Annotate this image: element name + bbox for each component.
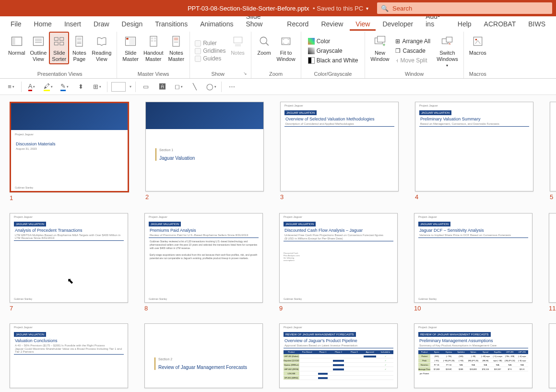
notes-page-button[interactable]: Notes Page — [69, 32, 89, 64]
search-box[interactable]: 🔍 — [377, 2, 552, 14]
slide-sorter-button[interactable]: Slide Sorter — [49, 32, 69, 64]
svg-rect-10 — [60, 42, 64, 45]
svg-rect-17 — [129, 38, 134, 45]
tab-biws[interactable]: BIWS — [522, 18, 551, 31]
shape-fill-swatch[interactable] — [111, 82, 126, 92]
slide-thumbnail-4[interactable]: Project Jaguar JAGUAR VALUATION Prelimin… — [415, 102, 533, 191]
normal-button[interactable]: Normal — [6, 32, 27, 58]
chevron-down-icon[interactable]: ▾ — [366, 6, 368, 11]
svg-rect-20 — [154, 37, 156, 39]
outline-view-button[interactable]: Outline View — [27, 32, 49, 64]
outline-color-button[interactable]: ✎▾ — [58, 81, 71, 93]
tab-acrobat[interactable]: ACROBAT — [478, 18, 522, 31]
slide-thumbnail-16[interactable]: Project Jaguar REVIEW OF JAGUAR MANAGEME… — [414, 323, 532, 388]
svg-rect-21 — [151, 40, 153, 42]
slide-master-icon — [123, 34, 138, 49]
slide-thumbnail-9[interactable]: Project Jaguar JAGUAR VALUATION Discount… — [279, 213, 398, 303]
save-status[interactable]: • Saved to this PC — [311, 5, 364, 12]
group-color-grayscale: Color Grayscale Black and White Color/Gr… — [301, 32, 366, 78]
switch-windows-icon — [439, 34, 455, 49]
slide-number: 8 — [144, 305, 263, 312]
slide-number: 1 — [10, 194, 129, 202]
zoom-button[interactable]: Zoom — [254, 32, 274, 58]
ruler-checkbox[interactable]: Ruler — [195, 40, 225, 47]
svg-rect-12 — [77, 37, 82, 40]
fit-to-window-button[interactable]: Fit to Window — [274, 32, 298, 64]
tab-home[interactable]: Home — [28, 18, 58, 31]
reading-view-icon — [94, 34, 109, 49]
group-label: Master Views — [120, 70, 187, 78]
move-split-button[interactable]: ⫞Move Split — [393, 56, 432, 65]
color-button[interactable]: Color — [306, 37, 360, 46]
cascade-button[interactable]: ❐Cascade — [393, 47, 432, 55]
svg-text:+: + — [382, 42, 385, 48]
tab-design[interactable]: Design — [116, 18, 149, 31]
group-label: Presentation Views — [6, 70, 114, 78]
tab-review[interactable]: Review — [315, 18, 349, 31]
slide-sorter-area[interactable]: Project Jaguar Discussion Materials Augu… — [0, 95, 556, 392]
normal-icon — [9, 34, 24, 49]
rectangle-shape-button[interactable]: ▭ — [140, 81, 152, 93]
sort-button[interactable]: ⬍ — [74, 81, 87, 93]
slide-thumbnail-7[interactable]: Project Jaguar JAGUAR VALUATION Analysis… — [10, 213, 128, 303]
switch-windows-button[interactable]: Switch Windows▾ — [434, 32, 461, 71]
tab-file[interactable]: File — [5, 18, 27, 31]
slide-thumbnail-14[interactable]: Section 2 Review of Jaguar Management Fo… — [144, 323, 263, 388]
svg-line-30 — [266, 43, 268, 46]
slide-thumbnail-1[interactable]: Project Jaguar Discussion Materials Augu… — [10, 102, 129, 192]
slide-number: 9 — [279, 305, 398, 312]
move-split-icon: ⫞ — [395, 57, 398, 64]
slide-number: 5 — [550, 193, 556, 201]
tab-transitions[interactable]: Transitions — [149, 18, 193, 31]
oval-button[interactable]: ◯▾ — [205, 81, 217, 93]
title-bar: PPT-03-08-Section-Slide-Sorter-Before.pp… — [0, 0, 556, 16]
tab-draw[interactable]: Draw — [88, 18, 115, 31]
tab-help[interactable]: Help — [452, 18, 477, 31]
line-button[interactable]: ╲ — [189, 81, 201, 93]
arrange-all-icon: ⊞ — [395, 38, 400, 45]
grayscale-button[interactable]: Grayscale — [306, 47, 360, 55]
tab-record[interactable]: Record — [281, 18, 314, 31]
slide-thumbnail-3[interactable]: Project Jaguar JAGUAR VALUATION Overview… — [280, 102, 399, 191]
slide-number: 11 — [549, 305, 556, 312]
macros-button[interactable]: Macros — [467, 32, 489, 58]
group-macros: Macros Macros — [464, 32, 492, 78]
slide-thumbnail-13[interactable]: Project Jaguar JAGUAR VALUATION Valuatio… — [10, 323, 128, 388]
tab-animations[interactable]: Animations — [194, 18, 239, 31]
slide-thumbnail-2[interactable]: Section 1 Jaguar Valuation — [145, 102, 264, 191]
svg-point-29 — [260, 37, 267, 44]
slide-thumbnail-11[interactable] — [549, 213, 556, 303]
black-white-button[interactable]: Black and White — [306, 56, 360, 65]
textbox-button[interactable]: 🅰 — [156, 81, 168, 93]
more-button[interactable]: ⋯ — [225, 81, 238, 93]
macros-icon — [470, 34, 485, 49]
slide-thumbnail-8[interactable]: Project Jaguar JAGUAR VALUATION Premiums… — [144, 213, 263, 303]
arrange-button[interactable]: ⊞▾ — [91, 81, 103, 93]
slide-thumbnail-17[interactable] — [549, 323, 556, 388]
highlight-button[interactable]: 🖍▾ — [42, 81, 54, 93]
notes-button[interactable]: Notes — [228, 32, 248, 58]
search-input[interactable] — [392, 5, 548, 12]
tab-view[interactable]: View — [350, 18, 376, 31]
tab-insert[interactable]: Insert — [59, 18, 87, 31]
reading-view-button[interactable]: Reading View — [89, 32, 114, 64]
slide-thumbnail-15[interactable]: Project Jaguar REVIEW OF JAGUAR MANAGEME… — [279, 323, 398, 388]
notes-master-button[interactable]: Notes Master — [166, 32, 187, 64]
group-label[interactable]: Show — [193, 70, 248, 78]
svg-rect-9 — [55, 42, 59, 45]
guides-checkbox[interactable]: Guides — [195, 55, 225, 62]
slide-thumbnail-10[interactable]: Project Jaguar JAGUAR VALUATION Jaguar D… — [414, 213, 532, 303]
group-master-views: Slide Master Handout Master Notes Master… — [117, 32, 190, 78]
ribbon-tabs: File Home Insert Draw Design Transitions… — [0, 16, 556, 31]
shapes-button[interactable]: ◻▾ — [172, 81, 185, 93]
slide-master-button[interactable]: Slide Master — [120, 32, 141, 64]
gridlines-checkbox[interactable]: Gridlines — [195, 48, 225, 54]
slide-thumbnail-5[interactable] — [550, 102, 556, 191]
handout-master-button[interactable]: Handout Master — [141, 32, 166, 64]
svg-rect-37 — [473, 37, 482, 46]
tab-developer[interactable]: Developer — [377, 18, 419, 31]
font-color-button[interactable]: A▾ — [25, 81, 38, 93]
align-button[interactable]: ≡▾ — [5, 81, 17, 93]
new-window-button[interactable]: +New Window — [368, 32, 391, 64]
arrange-all-button[interactable]: ⊞Arrange All — [393, 37, 432, 46]
